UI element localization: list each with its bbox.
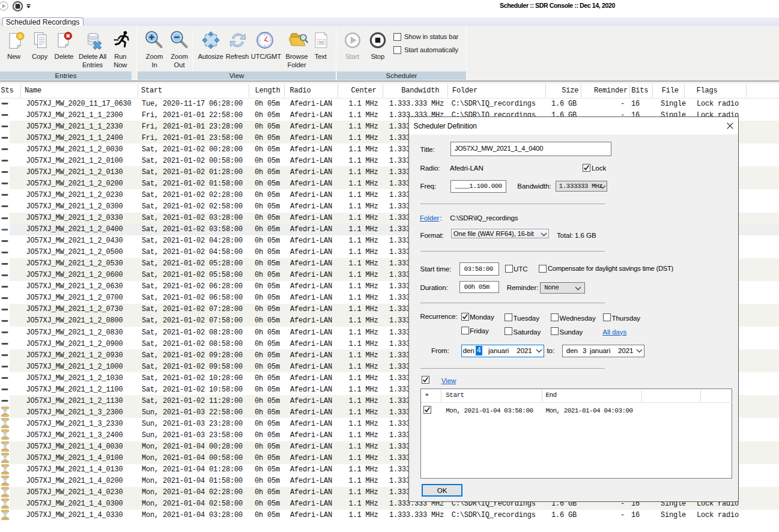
svg-text:txt: txt bbox=[319, 40, 323, 44]
